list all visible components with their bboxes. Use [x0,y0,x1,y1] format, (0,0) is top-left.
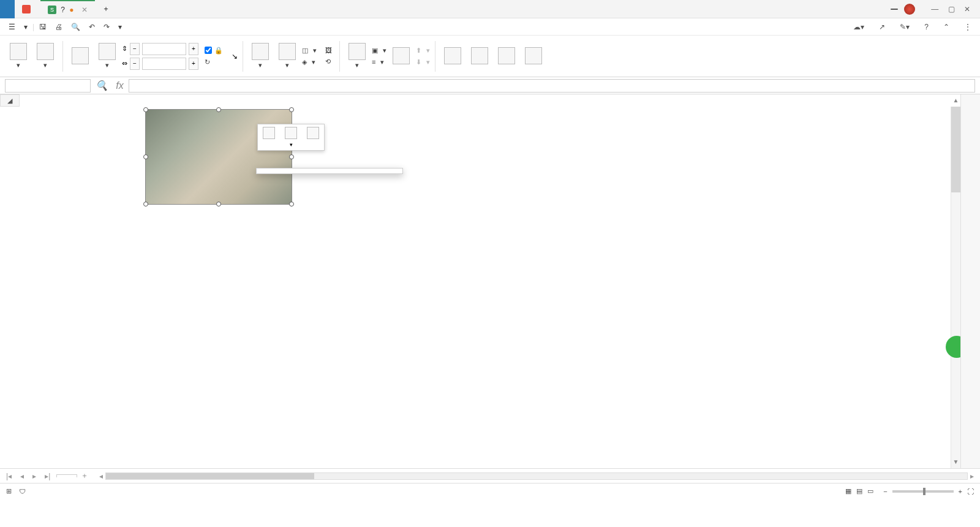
height-increase[interactable]: + [189,43,198,55]
width-decrease[interactable]: − [130,58,140,70]
picture-icon [10,43,27,60]
new-tab-button[interactable]: ＋ [95,0,117,18]
selection-pane-button[interactable] [389,47,413,66]
align-button[interactable]: ≡ ▾ [372,58,386,66]
tab-template[interactable] [15,0,40,18]
ribbon: ▾ ▾ ▾ ⇕ − + ⇔ − + 🔒 ↻ ↘ ▾ ▾ ◫ ▾ ◈ ▾ 🖼 ⟲ … [0,36,980,77]
pic-translate-button[interactable] [521,47,546,66]
vertical-scroll-thumb[interactable] [951,107,960,192]
compress-icon [72,47,89,64]
mini-rotate-button[interactable]: ▾ [280,124,302,150]
fullscreen-icon[interactable]: ⛶ [967,488,974,495]
formula-bar: 🔍 fx [0,77,980,94]
mini-preview-button[interactable] [302,124,324,150]
reset-size-button[interactable]: ↻ [205,58,225,66]
pic-extract-button[interactable] [494,47,519,66]
compress-picture-button[interactable] [68,47,92,66]
horizontal-scroll-thumb[interactable] [106,473,314,479]
extract-icon [498,47,515,64]
height-input[interactable] [142,43,186,55]
sync-status[interactable]: ☁ ▾ [850,21,868,33]
tab-nav-last[interactable]: ▸| [42,472,53,480]
more-icon[interactable]: ⋮ [960,21,975,33]
add-sheet-button[interactable]: ＋ [81,471,88,481]
size-dialog-launcher[interactable]: ↘ [232,52,238,61]
spreadsheet-grid[interactable]: ◢ ▾ ▲ ▼ [0,94,960,468]
bring-forward-button[interactable]: ⬆ ▾ [416,47,430,55]
crop-icon [263,127,275,139]
height-decrease[interactable]: − [130,43,140,55]
pic-to-pdf-button[interactable] [440,47,465,66]
maximize-icon[interactable]: ▢ [944,5,959,13]
collapse-ribbon-icon[interactable]: ⌃ [940,21,953,33]
group-button[interactable]: ▣ ▾ [372,47,386,55]
undo-icon[interactable]: ↶ [85,21,99,33]
close-tab-icon[interactable]: ✕ [81,6,88,14]
name-box[interactable] [5,79,91,93]
menu-bar: ☰ ▾ | 🖫 🖨 🔍 ↶ ↷ ▾ ☁ ▾ ↗ ✎ ▾ ? ⌃ ⋮ [0,18,980,36]
help-icon[interactable]: ? [921,21,932,33]
crop-button[interactable]: ▾ [95,43,119,69]
translate-icon [525,47,542,64]
view-reading-icon[interactable]: ▭ [867,487,873,495]
user-avatar-icon[interactable] [904,4,915,15]
vertical-scrollbar[interactable]: ▲ ▼ [951,107,960,468]
tab-nav-next[interactable]: ▸ [30,472,39,480]
zoom-out-button[interactable]: − [883,488,887,495]
tab-home[interactable] [0,0,15,18]
redo-icon[interactable]: ↷ [100,21,113,33]
reading-mode-icon[interactable]: ⊞ [6,487,12,495]
qat-dropdown-icon[interactable]: ▾ [115,21,126,33]
print-icon[interactable]: 🖨 [51,21,66,33]
height-label: ⇕ [122,45,127,53]
view-normal-icon[interactable]: ▦ [845,487,851,495]
zoom-in-button[interactable]: + [959,488,962,495]
close-window-icon[interactable]: ✕ [960,5,974,13]
width-increase[interactable]: + [189,58,198,70]
minimize-icon[interactable]: — [927,5,942,13]
context-menu [256,168,403,174]
width-input[interactable] [142,58,186,70]
shapes-button[interactable]: ▾ [33,43,58,69]
picture-outline-button[interactable]: ◫ ▾ [302,47,317,55]
ocr-icon [471,47,488,64]
picture-effects-button[interactable]: ◈ ▾ [302,58,317,66]
picture-mini-toolbar: ▾ [257,124,325,151]
tab-document[interactable]: S ? ● ✕ [40,0,95,18]
tab-nav-first[interactable]: |◂ [4,472,14,480]
sheet-tab[interactable] [56,474,77,477]
magnify-icon [307,127,319,139]
rotate-button[interactable]: ▾ [345,43,369,69]
sheet-tab-bar: |◂ ◂ ▸ ▸| ＋ ◂ ▸ [0,468,980,483]
select-all-corner[interactable]: ◢ [0,94,20,107]
review-button[interactable]: ✎ ▾ [896,21,913,33]
change-picture-button[interactable]: 🖼 [325,47,334,54]
app-menu-icon[interactable]: ☰ [5,21,19,33]
side-panel [960,94,980,468]
tab-nav-prev[interactable]: ◂ [18,472,26,480]
lock-aspect-checkbox[interactable]: 🔒 [205,47,225,55]
horizontal-scrollbar[interactable]: ◂ ▸ [97,472,976,480]
view-page-icon[interactable]: ▤ [856,487,862,495]
insert-picture-button[interactable]: ▾ [6,43,31,69]
mini-crop-button[interactable] [258,124,280,150]
status-bar: ⊞ 🛡 ▦ ▤ ▭ − + ⛶ [0,483,980,499]
rotate-icon [349,43,366,60]
fx-icon[interactable]: 🔍 fx [96,80,124,91]
remove-background-button[interactable]: ▾ [248,43,273,69]
rotate-icon [285,127,297,139]
protect-status[interactable]: 🛡 [19,488,26,495]
color-button[interactable]: ▾ [275,43,300,69]
selection-pane-icon [393,47,410,64]
pic-to-text-button[interactable] [467,47,492,66]
share-button[interactable]: ↗ [875,21,889,33]
formula-input[interactable] [129,79,975,93]
reset-picture-button[interactable]: ⟲ [325,58,334,66]
notification-badge[interactable] [891,9,898,10]
zoom-slider[interactable] [892,490,954,493]
preview-icon[interactable]: 🔍 [67,21,84,33]
send-backward-button[interactable]: ⬇ ▾ [416,58,430,66]
width-label: ⇔ [122,59,127,67]
file-menu[interactable]: ▾ [20,21,31,33]
save-icon[interactable]: 🖫 [36,21,50,33]
